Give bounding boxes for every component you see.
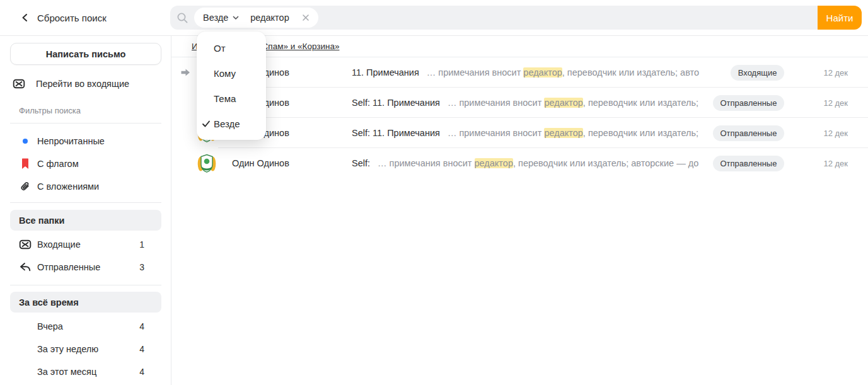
dropdown-item-everywhere-label: Везде — [214, 118, 240, 129]
folder-badge: Отправленные — [713, 156, 785, 171]
all-folders-header[interactable]: Все папки — [10, 210, 161, 231]
mail-date: 12 дек — [823, 159, 848, 168]
search-input[interactable]: Везде редактор — [170, 6, 818, 30]
mail-snippet: … примечания вносит редактор, переводчик… — [448, 98, 698, 108]
scope-dropdown-menu: От Кому Тема Везде — [197, 32, 266, 140]
folder-badge: Входящие — [731, 65, 785, 81]
find-button[interactable]: Найти — [818, 6, 862, 30]
highlighted-term: редактор — [544, 128, 582, 138]
snippet-prefix: … примечания вносит — [448, 98, 545, 108]
search-token: Везде редактор — [194, 8, 318, 28]
sidebar-item-sent[interactable]: Отправленные 3 — [10, 256, 161, 279]
sidebar-item-inbox[interactable]: Входящие 1 — [10, 233, 161, 256]
dropdown-item-everywhere[interactable]: Везде — [197, 111, 266, 136]
filter-flagged-label: С флагом — [37, 159, 79, 169]
sidebar-item-sent-label: Отправленные — [37, 262, 100, 272]
snippet-suffix: , переводчик или издатель; — [583, 98, 698, 108]
goto-inbox-link[interactable]: Перейти во входящие — [10, 76, 161, 92]
search-results: Искать в папках «Спам» и «Корзина» Один … — [171, 36, 868, 385]
search-filters-title: Фильтры поиска — [10, 102, 161, 118]
snippet-prefix: … примечания вносит — [448, 128, 545, 138]
flag-icon — [19, 158, 32, 170]
mail-date: 12 дек — [823, 129, 848, 138]
sent-icon — [19, 261, 32, 273]
time-filter-yesterday[interactable]: Вчера 4 — [10, 315, 161, 338]
mail-row[interactable]: Один Одинов 11. Примечания… примечания в… — [171, 57, 868, 88]
clear-query-icon[interactable] — [302, 14, 310, 21]
spacer — [19, 320, 32, 333]
snippet-prefix: … примечания вносит — [427, 67, 524, 78]
folder-badge: Отправленные — [713, 125, 785, 141]
dropdown-item-subject[interactable]: Тема — [197, 86, 266, 111]
mail-subject: Self: — [352, 158, 370, 168]
goto-inbox-label: Перейти во входящие — [36, 79, 129, 89]
snippet-suffix: , переводчик или издатель; авто — [562, 67, 699, 78]
mail-snippet: … примечания вносит редактор, переводчик… — [448, 128, 698, 138]
compose-button[interactable]: Написать письмо — [10, 43, 161, 65]
avatar — [197, 153, 217, 173]
search-icon — [176, 12, 188, 24]
filter-unread[interactable]: Непрочитанные — [10, 130, 161, 152]
time-filter-this-week[interactable]: За эту неделю 4 — [10, 338, 161, 360]
spacer — [19, 343, 32, 355]
time-filter-this-month-label: За этот месяц — [37, 367, 96, 377]
inbox-count: 1 — [139, 239, 144, 250]
time-filter-this-month[interactable]: За этот месяц 4 — [10, 360, 161, 383]
dropdown-item-to[interactable]: Кому — [197, 60, 266, 86]
check-icon — [202, 119, 211, 130]
search-bar: Везде редактор Найти — [170, 6, 862, 30]
sent-count: 3 — [139, 262, 144, 272]
snippet-suffix: , переводчик или издатель; — [583, 128, 698, 138]
folder-badge: Отправленные — [713, 95, 785, 111]
divider — [10, 285, 161, 285]
mail-subject: 11. Примечания — [352, 67, 419, 78]
divider — [10, 123, 161, 124]
envelope-icon — [19, 238, 32, 251]
mail-date: 12 дек — [823, 98, 848, 108]
time-filter-yesterday-label: Вчера — [37, 321, 63, 331]
filter-unread-label: Непрочитанные — [37, 136, 105, 146]
mail-row[interactable]: Один Одинов Self: 11. Примечания… примеч… — [171, 88, 868, 118]
sidebar-item-inbox-label: Входящие — [37, 239, 81, 250]
snippet-prefix: … примечания вносит — [378, 158, 475, 168]
time-filter-this-week-label: За эту неделю — [37, 344, 98, 354]
forwarded-icon — [178, 67, 193, 78]
this-month-count: 4 — [139, 367, 144, 377]
snippet-suffix: , переводчик или издатель; авторские — д… — [513, 158, 698, 168]
mail-row[interactable]: Один Одинов Self:… примечания вносит ред… — [171, 148, 868, 178]
time-filter-header[interactable]: За всё время — [10, 292, 161, 313]
mail-snippet: … примечания вносит редактор, переводчик… — [427, 67, 699, 78]
reset-search-button[interactable]: Сбросить поиск — [0, 13, 170, 23]
filter-attachments[interactable]: С вложениями — [10, 175, 161, 198]
search-query[interactable]: редактор — [250, 13, 289, 23]
subject-snippet: Self:… примечания вносит редактор, перев… — [352, 158, 703, 168]
mail-subject: Self: 11. Примечания — [352, 98, 440, 108]
dropdown-item-from[interactable]: От — [197, 35, 266, 60]
yesterday-count: 4 — [139, 321, 144, 331]
mail-snippet: … примечания вносит редактор, переводчик… — [378, 158, 698, 168]
mail-subject: Self: 11. Примечания — [352, 128, 440, 138]
subject-snippet: Self: 11. Примечания… примечания вносит … — [352, 128, 703, 138]
filter-flagged[interactable]: С флагом — [10, 152, 161, 175]
top-bar: Сбросить поиск Везде редактор Найти — [0, 0, 868, 36]
reset-search-label: Сбросить поиск — [37, 13, 107, 23]
highlighted-term: редактор — [523, 67, 562, 78]
mail-row[interactable]: Один Одинов Self: 11. Примечания… примеч… — [171, 118, 868, 148]
highlighted-term: редактор — [475, 158, 513, 168]
envelope-icon — [13, 78, 25, 90]
chevron-down-icon — [233, 16, 239, 20]
chevron-left-icon — [21, 13, 29, 22]
sender-name: Один Одинов — [232, 158, 352, 168]
divider — [10, 202, 161, 203]
scope-selector[interactable]: Везде — [203, 13, 239, 23]
mail-date: 12 дек — [823, 68, 848, 78]
filter-attachments-label: С вложениями — [37, 181, 99, 192]
unread-dot-icon — [19, 135, 32, 147]
scope-label: Везде — [203, 13, 228, 23]
sidebar: Написать письмо Перейти во входящие Филь… — [0, 36, 171, 385]
subject-snippet: 11. Примечания… примечания вносит редакт… — [352, 67, 720, 78]
attachment-icon — [19, 180, 32, 193]
subject-snippet: Self: 11. Примечания… примечания вносит … — [352, 98, 703, 108]
this-week-count: 4 — [139, 344, 144, 354]
spacer — [19, 365, 32, 378]
